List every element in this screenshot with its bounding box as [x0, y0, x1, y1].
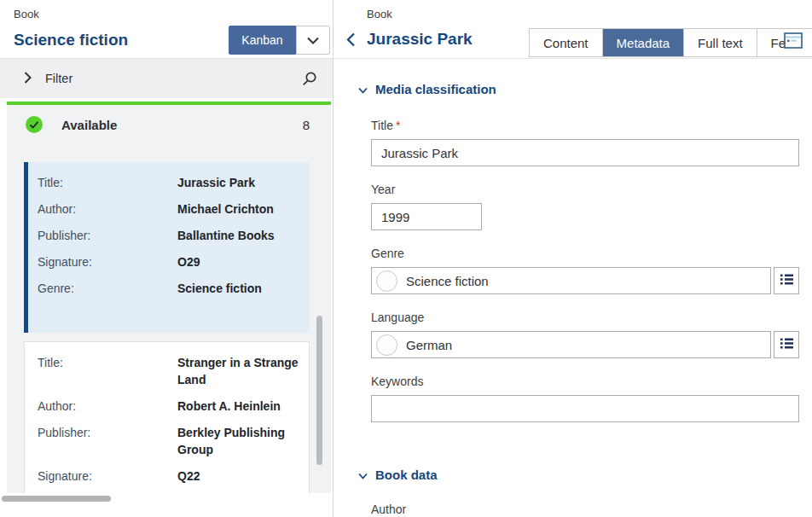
kanban-board-panel: Book Science fiction Kanban Filter Avail…: [0, 0, 334, 517]
section-book-data[interactable]: Book data: [358, 468, 438, 482]
field-label: Signature:: [38, 468, 177, 485]
field-value: Science fiction: [177, 280, 299, 297]
tab-full-text[interactable]: Full text: [684, 29, 757, 56]
section-title: Media classification: [375, 82, 496, 96]
card-field-row: Publisher: Berkley Publishing Group: [38, 424, 299, 458]
card-field-row: Signature: O29: [38, 253, 299, 270]
field-value: Michael Crichton: [177, 200, 299, 218]
detail-panel: Book Jurassic Park Content Metadata Full…: [334, 0, 812, 517]
field-value: Q22: [177, 468, 299, 485]
keywords-field-label: Keywords: [371, 375, 423, 388]
language-select-from-list-button[interactable]: [774, 331, 799, 358]
filter-bar[interactable]: Filter: [0, 58, 333, 98]
field-value: Jurassic Park: [177, 174, 299, 191]
filter-label: Filter: [45, 72, 72, 85]
record-title: Jurassic Park: [367, 30, 473, 49]
chevron-right-icon: [24, 72, 32, 87]
required-marker: *: [396, 119, 400, 132]
field-label: Publisher:: [38, 424, 177, 458]
language-lookup-field[interactable]: German: [371, 331, 771, 358]
title-input[interactable]: [371, 139, 799, 166]
year-input[interactable]: [371, 203, 482, 230]
field-label: Title:: [38, 354, 177, 388]
linked-item-circle-icon: [376, 270, 397, 292]
kanban-view-button[interactable]: Kanban: [229, 26, 296, 55]
author-field-label: Author: [371, 502, 406, 516]
card-field-row: Genre: Science fiction: [38, 280, 299, 297]
field-label: Signature:: [38, 253, 177, 270]
field-label: Author:: [38, 200, 177, 218]
detail-header: Book Jurassic Park Content Metadata Full…: [334, 0, 812, 59]
back-chevron-icon[interactable]: [346, 32, 360, 48]
app-window: Book Science fiction Kanban Filter Avail…: [0, 0, 812, 517]
genre-value: Science fiction: [406, 274, 489, 288]
chevron-down-icon: [307, 32, 319, 48]
column-count-badge: 8: [303, 118, 310, 132]
search-icon[interactable]: [302, 71, 317, 90]
field-label: Author:: [38, 398, 177, 415]
keywords-input[interactable]: [371, 395, 799, 422]
genre-field-label: Genre: [371, 247, 404, 260]
genre-lookup-field[interactable]: Science fiction: [371, 267, 771, 294]
linked-item-circle-icon: [376, 334, 397, 356]
card-field-row: Signature: Q22: [38, 468, 299, 485]
book-card[interactable]: Title: Stranger in a Strange Land Author…: [24, 341, 310, 493]
tab-metadata[interactable]: Metadata: [603, 29, 685, 56]
field-value: Ballantine Books: [177, 227, 299, 244]
language-value: German: [406, 338, 452, 352]
field-value: Robert A. Heinlein: [177, 398, 299, 415]
field-value: Stranger in a Strange Land: [177, 354, 299, 388]
column-status-label: Available: [61, 118, 117, 132]
genre-select-from-list-button[interactable]: [774, 267, 799, 294]
view-dropdown-button[interactable]: [296, 26, 330, 55]
horizontal-scrollbar-thumb[interactable]: [2, 496, 111, 502]
tab-content[interactable]: Content: [530, 29, 603, 56]
vertical-scrollbar-thumb[interactable]: [316, 316, 322, 465]
list-icon: [780, 337, 793, 352]
section-title: Book data: [375, 468, 438, 482]
page-title: Science fiction: [14, 31, 128, 49]
chevron-down-icon: [358, 468, 368, 482]
field-label: Publisher:: [38, 227, 177, 244]
field-value: O29: [177, 253, 299, 270]
card-field-row: Author: Michael Crichton: [38, 200, 299, 218]
kanban-column-available: Available 8 Title: Jurassic Park Author:…: [7, 105, 331, 493]
card-field-row: Author: Robert A. Heinlein: [38, 398, 299, 415]
breadcrumb: Book: [14, 8, 39, 20]
view-tabs: Content Metadata Full text Feed: [529, 28, 812, 57]
card-field-row: Title: Stranger in a Strange Land: [38, 354, 299, 388]
title-field-label: Title*: [371, 119, 400, 132]
field-label: Genre:: [38, 280, 177, 297]
field-label: Title:: [38, 174, 177, 191]
language-field-label: Language: [371, 311, 424, 324]
breadcrumb: Book: [367, 8, 392, 20]
field-value: Berkley Publishing Group: [177, 424, 299, 458]
year-field-label: Year: [371, 183, 395, 196]
section-media-classification[interactable]: Media classification: [358, 82, 496, 96]
list-icon: [780, 273, 793, 288]
check-circle-icon: [26, 116, 43, 133]
chevron-down-icon: [358, 82, 368, 96]
card-field-row: Title: Jurassic Park: [38, 174, 299, 191]
card-field-row: Publisher: Ballantine Books: [38, 227, 299, 244]
book-card-selected[interactable]: Title: Jurassic Park Author: Michael Cri…: [24, 162, 310, 333]
panel-layout-icon[interactable]: [784, 32, 803, 52]
